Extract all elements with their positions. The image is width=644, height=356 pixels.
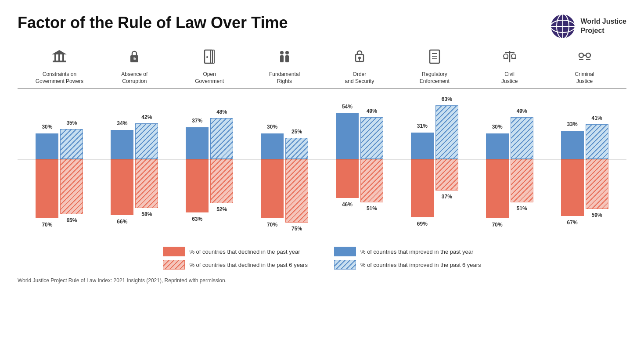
bar-improve-6yr-civil: 49% [511,117,533,159]
footer-text: World Justice Project Rule of Law Index:… [18,277,626,284]
constraints-label: Constraints on Government Powers [36,71,83,85]
bar-decline-6yr-fundamental: 75% [285,159,308,223]
legend-section: % of countries that declined in the past… [18,247,626,270]
bar-decline-6yr-label-order: 51% [367,205,377,212]
legend-col-right: % of countries that improved in the past… [334,247,481,270]
page-title: Factor of the Rule of Law Over Time [18,13,288,32]
bar-decline-year-constraints: 70% [36,159,58,218]
bar-improve-year-regulatory: 31% [411,133,434,159]
bar-improve-year-label-corruption: 34% [117,120,127,126]
bar-improve-year-label-civil: 30% [492,124,503,130]
center-line [18,159,626,159]
bar-improve-6yr-label-criminal: 41% [592,115,602,121]
legend-col-left: % of countries that declined in the past… [163,247,308,270]
svg-marker-10 [52,50,67,54]
bar-decline-6yr-label-constraints: 65% [66,217,77,223]
bar-improve-6yr-label-constraints: 35% [66,120,77,126]
fundamental-icon [276,48,293,68]
bar-decline-6yr-open_gov: 52% [210,159,233,203]
bar-bottom-fundamental: 70%75% [261,159,308,229]
bar-decline-6yr-label-criminal: 59% [592,212,602,218]
bar-improve-6yr-order: 49% [360,117,383,159]
bar-bottom-open_gov: 63%52% [186,159,233,229]
bar-improve-6yr-label-open_gov: 48% [216,109,227,115]
bar-decline-year-label-regulatory: 69% [417,221,428,227]
bar-decline-year-label-fundamental: 70% [267,222,277,228]
legend-improve-6yr: % of countries that improved in the past… [334,260,481,270]
bar-decline-6yr-civil: 51% [511,159,533,202]
bar-improve-6yr-label-corruption: 42% [141,114,152,120]
legend-box-hatch-blue [334,260,356,270]
svg-point-22 [358,57,361,59]
civil-icon [501,48,518,68]
logo-text: World Justice Project [580,17,626,36]
corruption-icon: $ [126,48,143,68]
bar-decline-year-order: 46% [336,159,359,198]
criminal-label: Criminal Justice [575,71,594,85]
svg-rect-20 [285,55,289,62]
bar-top-fundamental: 30%25% [261,89,308,159]
bar-decline-year-fundamental: 70% [261,159,284,218]
bar-improve-6yr-label-regulatory: 63% [442,96,452,102]
bar-top-criminal: 33%41% [561,89,608,159]
bar-decline-6yr-label-open_gov: 52% [216,206,227,212]
svg-point-30 [504,54,508,58]
legend-decline-6yr: % of countries that declined in the past… [163,260,308,270]
svg-point-18 [285,51,289,54]
bar-decline-6yr-order: 51% [360,159,383,202]
bar-improve-year-criminal: 33% [561,131,584,159]
bars-area: 30%35%70%65%34%42%66%58%37%48%63%52%30%2… [18,89,626,229]
svg-rect-6 [53,61,66,62]
bar-top-constraints: 30%35% [36,89,83,159]
open_gov-label: Open Government [195,71,224,85]
bar-improve-6yr-criminal: 41% [586,124,608,159]
category-col-fundamental: Fundamental Rights [249,48,320,85]
bar-decline-6yr-corruption: 58% [135,159,158,208]
category-col-civil: Civil Justice [475,48,545,85]
logo-area: World Justice Project [550,13,626,40]
bar-decline-year-criminal: 67% [561,159,584,216]
order-icon [351,48,368,68]
legend-decline-6yr-label: % of countries that declined in the past… [189,262,308,268]
bar-bottom-order: 46%51% [336,159,383,229]
bar-bottom-regulatory: 69%37% [411,159,458,229]
bar-improve-6yr-constraints: 35% [60,129,83,159]
svg-point-17 [280,51,284,54]
bar-bottom-criminal: 67%59% [561,159,608,229]
bar-improve-6yr-corruption: 42% [135,123,158,159]
open_gov-icon [201,48,218,68]
bar-decline-6yr-label-regulatory: 37% [442,194,452,200]
bar-top-open_gov: 37%48% [186,89,233,159]
bar-improve-year-label-regulatory: 31% [417,123,428,129]
header: Factor of the Rule of Law Over Time Worl… [18,13,626,40]
bar-improve-year-label-fundamental: 30% [267,124,277,130]
criminal-icon [576,48,593,68]
bar-decline-year-label-corruption: 66% [117,219,127,225]
bar-decline-year-label-criminal: 67% [567,219,578,226]
category-col-criminal: Criminal Justice [550,48,620,85]
svg-rect-7 [54,54,56,61]
bar-improve-year-civil: 30% [486,133,509,159]
page: Factor of the Rule of Law Over Time Worl… [0,0,644,356]
bar-decline-year-civil: 70% [486,159,509,218]
bar-decline-year-label-civil: 70% [492,222,503,228]
svg-rect-14 [205,50,212,63]
bar-improve-year-label-order: 54% [342,104,353,110]
bar-decline-year-regulatory: 69% [411,159,434,217]
constraints-icon [51,48,68,68]
bar-bottom-constraints: 70%65% [36,159,83,229]
svg-rect-19 [280,55,284,62]
svg-point-16 [206,56,208,58]
bar-decline-year-label-open_gov: 63% [192,216,202,222]
svg-rect-9 [62,54,64,61]
category-col-constraints: Constraints on Government Powers [24,48,94,85]
svg-point-31 [511,54,516,58]
svg-text:$: $ [133,58,135,61]
svg-rect-8 [58,54,60,61]
bar-decline-6yr-label-corruption: 58% [141,211,152,217]
bar-decline-year-label-order: 46% [342,201,353,208]
wjp-logo-icon [550,13,576,40]
bar-decline-6yr-label-civil: 51% [517,205,527,212]
legend-decline-year-label: % of countries that declined in the past… [189,248,300,255]
regulatory-label: Regulatory Enforcement [420,71,450,85]
